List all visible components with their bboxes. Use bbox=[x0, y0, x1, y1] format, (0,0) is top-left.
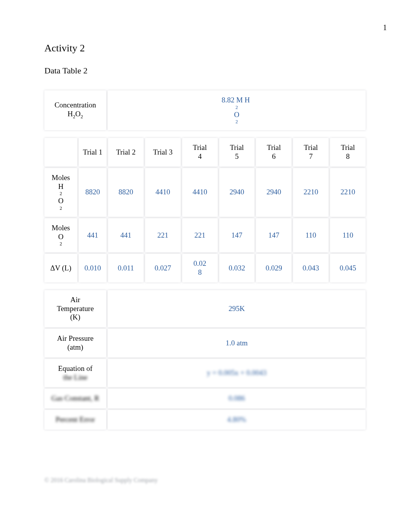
trial-header: Trial8 bbox=[330, 138, 366, 167]
cell-value: 0.011 bbox=[108, 254, 144, 282]
cell-value: 0.010 bbox=[79, 254, 107, 282]
cell-value: 8820 bbox=[79, 168, 107, 217]
page-number: 1 bbox=[383, 23, 387, 32]
air-temperature-label: AirTemperature(K) bbox=[44, 290, 106, 327]
percent-error-label: Percent Error bbox=[44, 410, 106, 430]
cell-value: 110 bbox=[293, 218, 329, 252]
trial-header: Trial 3 bbox=[145, 138, 181, 167]
air-pressure-value: 1.0 atm bbox=[108, 329, 366, 357]
cell-value: 0.029 bbox=[256, 254, 291, 282]
trial-header: Trial 1 bbox=[79, 138, 107, 167]
summary-table: AirTemperature(K) 295K Air Pressure(atm)… bbox=[44, 290, 366, 430]
cell-value: 8820 bbox=[108, 168, 144, 217]
air-pressure-label: Air Pressure(atm) bbox=[44, 329, 106, 357]
air-temp-row: AirTemperature(K) 295K bbox=[44, 290, 366, 327]
row-label-delta-v: ΔV (L) bbox=[44, 254, 77, 282]
cell-value: 221 bbox=[145, 218, 181, 252]
row-label-moles-h2o2: MolesH2O2 bbox=[44, 168, 77, 217]
cell-value: 4410 bbox=[182, 168, 218, 217]
trial-header: Trial5 bbox=[219, 138, 255, 167]
trial-header: Trial7 bbox=[293, 138, 329, 167]
activity-title: Activity 2 bbox=[44, 42, 366, 54]
concentration-label: ConcentrationH2O2 bbox=[44, 90, 106, 130]
gas-constant-row: Gas Constant, R 0.086 bbox=[44, 389, 366, 408]
cell-value: 2940 bbox=[219, 168, 255, 217]
concentration-row: ConcentrationH2O2 8.82 M H 2O2 bbox=[44, 90, 366, 130]
equation-value: y = 0.005x + 0.0043 bbox=[108, 359, 366, 388]
air-temperature-value: 295K bbox=[108, 290, 366, 327]
empty-header-cell bbox=[44, 138, 77, 167]
table-row: MolesH2O2 8820 8820 4410 4410 2940 2940 … bbox=[44, 168, 366, 217]
equation-label-blurred: the Line bbox=[63, 373, 88, 382]
cell-value: 0.028 bbox=[182, 254, 218, 282]
percent-error-value: 4.80% bbox=[108, 410, 366, 430]
trials-table: Trial 1 Trial 2 Trial 3 Trial4 Trial5 Tr… bbox=[44, 138, 366, 282]
air-pressure-row: Air Pressure(atm) 1.0 atm bbox=[44, 329, 366, 357]
copyright-footer: © 2016 Carolina Biological Supply Compan… bbox=[44, 477, 158, 484]
row-label-moles-o2: MolesO2 bbox=[44, 218, 77, 252]
cell-value: 147 bbox=[256, 218, 291, 252]
document-content: Activity 2 Data Table 2 ConcentrationH2O… bbox=[0, 0, 410, 430]
equation-label: Equation of the Line bbox=[44, 359, 106, 388]
cell-value: 0.045 bbox=[330, 254, 366, 282]
gas-constant-label: Gas Constant, R bbox=[44, 389, 106, 408]
cell-value: 2210 bbox=[330, 168, 366, 217]
trial-header: Trial4 bbox=[182, 138, 218, 167]
trials-header-row: Trial 1 Trial 2 Trial 3 Trial4 Trial5 Tr… bbox=[44, 138, 366, 167]
cell-value: 441 bbox=[79, 218, 107, 252]
equation-row: Equation of the Line y = 0.005x + 0.0043 bbox=[44, 359, 366, 388]
table-row: ΔV (L) 0.010 0.011 0.027 0.028 0.032 0.0… bbox=[44, 254, 366, 282]
cell-value: 110 bbox=[330, 218, 366, 252]
cell-value: 2210 bbox=[293, 168, 329, 217]
cell-value: 0.032 bbox=[219, 254, 255, 282]
gas-constant-value: 0.086 bbox=[108, 389, 366, 408]
cell-value: 221 bbox=[182, 218, 218, 252]
percent-error-row: Percent Error 4.80% bbox=[44, 410, 366, 430]
table-row: MolesO2 441 441 221 221 147 147 110 110 bbox=[44, 218, 366, 252]
cell-value: 441 bbox=[108, 218, 144, 252]
equation-label-visible: Equation of bbox=[58, 364, 92, 373]
cell-value: 0.027 bbox=[145, 254, 181, 282]
data-table-title: Data Table 2 bbox=[44, 66, 366, 76]
cell-value: 147 bbox=[219, 218, 255, 252]
cell-value: 0.043 bbox=[293, 254, 329, 282]
cell-value: 4410 bbox=[145, 168, 181, 217]
trial-header: Trial6 bbox=[256, 138, 291, 167]
trial-header: Trial 2 bbox=[108, 138, 144, 167]
concentration-value: 8.82 M H 2O2 bbox=[108, 90, 366, 130]
cell-value: 2940 bbox=[256, 168, 291, 217]
